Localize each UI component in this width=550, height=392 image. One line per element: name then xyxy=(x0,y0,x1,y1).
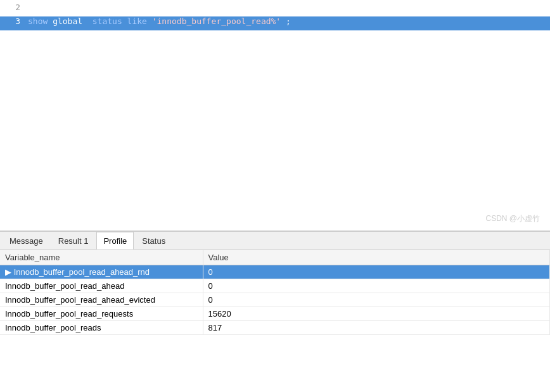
table-header-row: Variable_name Value xyxy=(0,250,550,265)
result-table: Variable_name Value Innodb_buffer_pool_r… xyxy=(0,250,550,335)
table-row[interactable]: Innodb_buffer_pool_read_ahead_evicted0 xyxy=(0,293,550,307)
cell-value: 15620 xyxy=(203,307,550,321)
tab-message[interactable]: Message xyxy=(3,232,50,250)
table-row[interactable]: Innodb_buffer_pool_reads817 xyxy=(0,321,550,335)
code-line-3: 3 show global status like 'innodb_buffer… xyxy=(0,16,550,30)
tab-profile-label: Profile xyxy=(103,236,127,246)
cell-value: 817 xyxy=(203,321,550,335)
col-header-value: Value xyxy=(203,250,550,265)
code-line-2: 2 xyxy=(0,3,550,16)
keyword-show: show xyxy=(28,16,48,26)
table-row[interactable]: Innodb_buffer_pool_read_requests15620 xyxy=(0,307,550,321)
cell-value: 0 xyxy=(203,265,550,279)
tab-bar: Message Result 1 Profile Status xyxy=(0,231,550,250)
line-number-3: 3 xyxy=(5,16,20,26)
tab-status[interactable]: Status xyxy=(135,232,172,250)
cell-variable-name: Innodb_buffer_pool_read_ahead_rnd xyxy=(0,265,203,279)
code-content-3: show global status like 'innodb_buffer_p… xyxy=(28,16,291,26)
tab-result1-label: Result 1 xyxy=(58,236,89,246)
cell-variable-name: Innodb_buffer_pool_read_ahead xyxy=(0,279,203,293)
tab-profile[interactable]: Profile xyxy=(96,232,134,250)
keyword-like: like xyxy=(127,16,147,26)
cell-variable-name: Innodb_buffer_pool_reads xyxy=(0,321,203,335)
cell-value: 0 xyxy=(203,293,550,307)
watermark-text: CSDN @小虚竹 xyxy=(485,214,540,223)
cell-value: 0 xyxy=(203,279,550,293)
string-pattern: 'innodb_buffer_pool_read%' xyxy=(152,16,281,26)
table-row[interactable]: Innodb_buffer_pool_read_ahead0 xyxy=(0,279,550,293)
code-text-global: global xyxy=(53,16,93,26)
tab-status-label: Status xyxy=(142,236,165,246)
watermark: CSDN @小虚竹 xyxy=(485,213,540,224)
col-header-variable-name: Variable_name xyxy=(0,250,203,265)
keyword-status: status xyxy=(93,16,122,26)
tab-result1[interactable]: Result 1 xyxy=(51,232,96,250)
line-number-2: 2 xyxy=(5,3,20,12)
cell-variable-name: Innodb_buffer_pool_read_requests xyxy=(0,307,203,321)
code-text-semi: ; xyxy=(286,16,291,26)
editor-area: 2 3 show global status like 'innodb_buff… xyxy=(0,0,550,231)
cell-variable-name: Innodb_buffer_pool_read_ahead_evicted xyxy=(0,293,203,307)
tab-message-label: Message xyxy=(10,236,43,246)
table-row[interactable]: Innodb_buffer_pool_read_ahead_rnd0 xyxy=(0,265,550,279)
result-area: Variable_name Value Innodb_buffer_pool_r… xyxy=(0,250,550,335)
